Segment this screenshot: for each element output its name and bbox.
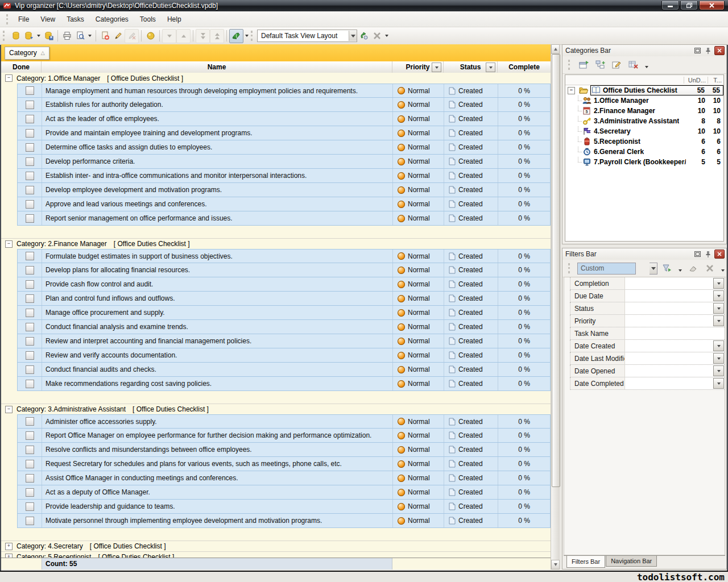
task-row[interactable]: Formulate budget estimates in support of… — [17, 249, 551, 263]
task-checkbox[interactable] — [26, 200, 34, 209]
task-checkbox[interactable] — [26, 460, 34, 468]
delete-category-button[interactable] — [627, 58, 640, 72]
menu-help[interactable]: Help — [162, 13, 187, 26]
task-row[interactable]: Motivate personnel through implementing … — [17, 514, 551, 528]
task-row[interactable]: Make recommendations regarding cost savi… — [17, 377, 551, 391]
close-button[interactable] — [699, 1, 725, 10]
layout-combo-arrow[interactable] — [349, 31, 357, 41]
print-button[interactable] — [60, 30, 73, 43]
filter-value-input[interactable] — [625, 377, 713, 389]
tab-filters-bar[interactable]: Filters Bar — [566, 556, 605, 568]
categories-pin-button[interactable] — [704, 47, 713, 55]
priority-filter-button[interactable] — [432, 63, 441, 72]
menu-categories[interactable]: Categories — [90, 13, 134, 26]
filter-preset-arrow[interactable] — [650, 263, 657, 275]
print-dropdown[interactable] — [88, 35, 92, 37]
filter-dropdown-button[interactable] — [713, 378, 724, 389]
menu-tasks[interactable]: Tasks — [61, 13, 90, 26]
categories-toolbar-dropdown[interactable] — [645, 66, 648, 68]
apply-filter-button[interactable] — [660, 261, 674, 275]
filter-value-input[interactable] — [625, 315, 713, 327]
task-checkbox[interactable] — [26, 172, 34, 180]
save-database-button[interactable] — [42, 30, 55, 43]
task-checkbox[interactable] — [26, 337, 34, 346]
task-checkbox[interactable] — [26, 323, 34, 331]
column-header-done[interactable]: Done — [1, 61, 42, 73]
task-row[interactable]: Act as the leader of office employees.No… — [17, 112, 551, 126]
filter-preset-combo[interactable]: Custom — [577, 263, 636, 275]
tree-item-2[interactable]: 52.Finance Manager1010 — [565, 106, 723, 116]
filter-value-input[interactable] — [625, 290, 713, 302]
task-checkbox[interactable] — [26, 431, 34, 440]
task-row[interactable]: Provide and maintain employee training a… — [17, 126, 551, 140]
tree-item-7[interactable]: 7.Payroll Clerk (Bookkeeper/55 — [565, 157, 723, 167]
new-database-button[interactable] — [9, 30, 22, 43]
filter-value-input[interactable] — [625, 277, 713, 289]
filter-dropdown-button[interactable] — [713, 365, 724, 376]
filter-value-input[interactable] — [625, 352, 713, 364]
filters-restore-button[interactable] — [693, 250, 702, 258]
new-task-button[interactable] — [98, 30, 111, 43]
restore-button[interactable] — [680, 1, 698, 10]
group-header-row[interactable]: −Category: 1.Office Manager[ Office Duti… — [1, 73, 551, 84]
column-header-name[interactable]: Name — [42, 61, 392, 73]
task-checkbox[interactable] — [26, 101, 34, 109]
move-to-top-button[interactable] — [210, 29, 224, 43]
categories-close-button[interactable] — [714, 46, 725, 55]
filter-dropdown-button[interactable] — [713, 340, 724, 351]
scrollbar-thumb[interactable] — [552, 54, 560, 487]
task-row[interactable]: Determine office tasks and assign duties… — [17, 140, 551, 155]
task-row[interactable]: Request Secretary for schedules and plan… — [17, 457, 551, 471]
task-view-layout-button[interactable] — [229, 29, 243, 43]
task-row[interactable]: Manage employment and human resources th… — [17, 84, 551, 98]
task-checkbox[interactable] — [26, 115, 34, 123]
task-row[interactable]: Assist Office Manager in conducting meet… — [17, 471, 551, 485]
task-checkbox[interactable] — [26, 280, 34, 289]
task-checkbox[interactable] — [26, 417, 34, 426]
move-up-button[interactable] — [176, 29, 191, 43]
complete-task-button[interactable] — [144, 30, 157, 43]
move-to-bottom-button[interactable] — [196, 29, 210, 43]
collapse-box-icon[interactable]: − — [5, 406, 13, 413]
task-checkbox[interactable] — [26, 214, 34, 223]
filter-value-input[interactable] — [625, 340, 713, 352]
tree-collapse-box-icon[interactable]: − — [568, 87, 575, 94]
task-checkbox[interactable] — [26, 351, 34, 360]
tree-item-root[interactable]: −Office Duties Checklist5555 — [565, 85, 723, 95]
group-by-category-chip[interactable]: Category △ — [5, 47, 49, 60]
task-row[interactable]: Develop plans for allocating financial r… — [17, 263, 551, 277]
task-checkbox[interactable] — [26, 488, 34, 497]
tree-item-5[interactable]: 5.Receptionist66 — [565, 136, 723, 147]
task-checkbox[interactable] — [26, 157, 34, 166]
tree-item-3[interactable]: 3.Administrative Assistant88 — [565, 116, 723, 126]
column-header-priority[interactable]: Priority — [392, 61, 444, 73]
task-row[interactable]: Administer office accessories supply.Nor… — [17, 414, 551, 429]
delete-task-button[interactable] — [125, 29, 139, 43]
task-row[interactable]: Develop performance criteria.NormalCreat… — [17, 155, 551, 169]
scroll-down-button[interactable] — [551, 560, 560, 569]
filter-dropdown-button[interactable] — [713, 315, 724, 326]
task-row[interactable]: Provide cash flow control and audit.Norm… — [17, 277, 551, 292]
task-checkbox[interactable] — [26, 86, 34, 95]
filters-pin-button[interactable] — [704, 250, 713, 258]
tree-item-1[interactable]: 1.Office Manager1010 — [565, 95, 723, 106]
filter-value-input[interactable] — [625, 302, 713, 314]
filter-dropdown-button[interactable] — [713, 278, 724, 289]
edit-category-button[interactable] — [610, 58, 624, 72]
layout-combo[interactable]: Default Task View Layout — [257, 30, 357, 42]
delete-filter-button[interactable] — [703, 261, 717, 275]
group-header-row[interactable]: −Category: 3.Administrative Assistant[ O… — [1, 404, 551, 414]
column-header-status[interactable]: Status — [444, 61, 498, 73]
task-checkbox[interactable] — [26, 446, 34, 454]
tree-column-undone[interactable]: UnD... — [684, 77, 708, 84]
tree-column-total[interactable]: T... — [708, 77, 723, 84]
group-header-row[interactable]: −Category: 2.Finance Manager[ Office Dut… — [1, 238, 551, 249]
task-checkbox[interactable] — [26, 365, 34, 374]
scroll-up-button[interactable] — [551, 44, 560, 54]
task-checkbox[interactable] — [26, 266, 34, 275]
menu-view[interactable]: View — [35, 13, 61, 26]
edit-task-button[interactable] — [111, 30, 125, 43]
task-row[interactable]: Conduct financial audits and checks.Norm… — [17, 363, 551, 377]
vertical-scrollbar[interactable] — [551, 44, 560, 569]
task-checkbox[interactable] — [26, 380, 34, 388]
